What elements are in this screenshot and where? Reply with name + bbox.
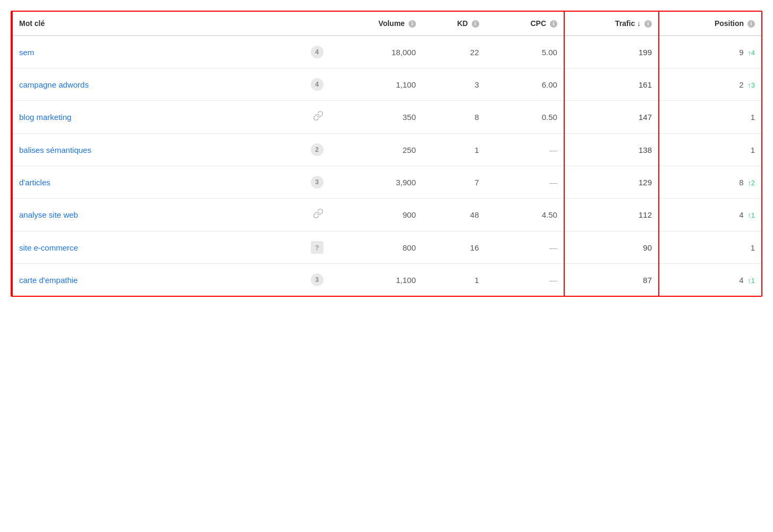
table-row: carte d'empathie31,1001—874 ↑1: [12, 264, 761, 296]
kd-info-icon[interactable]: i: [472, 20, 479, 28]
position-number: 1: [751, 243, 755, 252]
icon-cell: 2: [265, 134, 328, 166]
keyword-cell: balises sémantiques: [12, 134, 265, 166]
position-number: 2: [739, 80, 743, 89]
position-number: 1: [751, 113, 755, 122]
trafic-cell: 112: [564, 199, 659, 231]
icon-cell: ?: [265, 231, 328, 264]
keyword-table: Mot clé Volume i KD i CPC i Trafic ↓ i: [12, 12, 761, 296]
badge-icon: 4: [311, 46, 324, 58]
kd-cell: 1: [422, 264, 486, 296]
icon-cell: 4: [265, 36, 328, 68]
question-icon: ?: [311, 241, 324, 254]
col-header-trafic: Trafic ↓ i: [564, 12, 659, 36]
keyword-link[interactable]: analyse site web: [19, 210, 78, 219]
kd-cell: 7: [422, 166, 486, 199]
table-header-row: Mot clé Volume i KD i CPC i Trafic ↓ i: [12, 12, 761, 36]
col-header-cpc: CPC i: [486, 12, 564, 36]
keyword-link[interactable]: carte d'empathie: [19, 276, 78, 285]
volume-cell: 800: [328, 231, 422, 264]
col-header-icon: [265, 12, 328, 36]
icon-cell: [265, 101, 328, 134]
position-number: 8: [739, 178, 743, 187]
position-info-icon[interactable]: i: [747, 20, 755, 28]
kd-cell: 22: [422, 36, 486, 68]
position-number: 9: [739, 48, 743, 57]
position-number: 1: [751, 145, 755, 155]
trafic-cell: 138: [564, 134, 659, 166]
icon-cell: [265, 199, 328, 231]
cpc-cell: —: [486, 231, 564, 264]
cpc-cell: —: [486, 134, 564, 166]
table-row: site e-commerce?80016—901: [12, 231, 761, 264]
trafic-cell: 90: [564, 231, 659, 264]
icon-cell: 4: [265, 68, 328, 101]
table-row: balises sémantiques22501—1381: [12, 134, 761, 166]
trafic-cell: 129: [564, 166, 659, 199]
position-cell: 4 ↑1: [659, 264, 761, 296]
keyword-link[interactable]: d'articles: [19, 178, 50, 187]
volume-cell: 250: [328, 134, 422, 166]
position-change: ↑1: [746, 211, 755, 219]
keyword-cell: campagne adwords: [12, 68, 265, 101]
badge-icon: 3: [311, 176, 324, 188]
kd-cell: 1: [422, 134, 486, 166]
col-header-volume: Volume i: [328, 12, 422, 36]
kd-cell: 8: [422, 101, 486, 134]
position-change: ↑2: [746, 179, 755, 187]
badge-icon: 2: [311, 143, 324, 156]
cpc-cell: 5.00: [486, 36, 564, 68]
col-header-kd: KD i: [422, 12, 486, 36]
trafic-cell: 147: [564, 101, 659, 134]
keyword-link[interactable]: blog marketing: [19, 113, 71, 122]
trafic-cell: 87: [564, 264, 659, 296]
keyword-link[interactable]: sem: [19, 48, 34, 57]
icon-cell: 3: [265, 166, 328, 199]
position-cell: 1: [659, 231, 761, 264]
table-row: blog marketing35080.501471: [12, 101, 761, 134]
position-cell: 9 ↑4: [659, 36, 761, 68]
keyword-cell: site e-commerce: [12, 231, 265, 264]
keyword-link[interactable]: site e-commerce: [19, 243, 78, 252]
col-header-mot-cle: Mot clé: [12, 12, 265, 36]
table-row: analyse site web900484.501124 ↑1: [12, 199, 761, 231]
keyword-cell: carte d'empathie: [12, 264, 265, 296]
cpc-cell: 6.00: [486, 68, 564, 101]
volume-cell: 18,000: [328, 36, 422, 68]
kd-cell: 16: [422, 231, 486, 264]
position-change: ↑4: [746, 49, 755, 57]
volume-info-icon[interactable]: i: [409, 20, 416, 28]
position-cell: 1: [659, 134, 761, 166]
volume-cell: 1,100: [328, 264, 422, 296]
keyword-table-wrapper: Mot clé Volume i KD i CPC i Trafic ↓ i: [11, 11, 762, 297]
keyword-link[interactable]: balises sémantiques: [19, 145, 91, 155]
keyword-cell: blog marketing: [12, 101, 265, 134]
keyword-cell: analyse site web: [12, 199, 265, 231]
position-cell: 1: [659, 101, 761, 134]
cpc-cell: 4.50: [486, 199, 564, 231]
position-cell: 2 ↑3: [659, 68, 761, 101]
table-row: campagne adwords41,10036.001612 ↑3: [12, 68, 761, 101]
link-icon: [313, 113, 324, 123]
kd-cell: 48: [422, 199, 486, 231]
kd-cell: 3: [422, 68, 486, 101]
position-cell: 8 ↑2: [659, 166, 761, 199]
volume-cell: 1,100: [328, 68, 422, 101]
badge-icon: 3: [311, 273, 324, 286]
cpc-cell: —: [486, 264, 564, 296]
position-number: 4: [739, 276, 743, 285]
keyword-link[interactable]: campagne adwords: [19, 80, 89, 89]
volume-cell: 900: [328, 199, 422, 231]
link-icon: [313, 210, 324, 221]
badge-icon: 4: [311, 78, 324, 91]
table-row: d'articles33,9007—1298 ↑2: [12, 166, 761, 199]
position-change: ↑3: [746, 81, 755, 89]
volume-cell: 350: [328, 101, 422, 134]
trafic-info-icon[interactable]: i: [644, 20, 652, 28]
trafic-cell: 199: [564, 36, 659, 68]
volume-cell: 3,900: [328, 166, 422, 199]
keyword-cell: sem: [12, 36, 265, 68]
position-change: ↑1: [746, 277, 755, 285]
position-cell: 4 ↑1: [659, 199, 761, 231]
cpc-info-icon[interactable]: i: [550, 20, 557, 28]
